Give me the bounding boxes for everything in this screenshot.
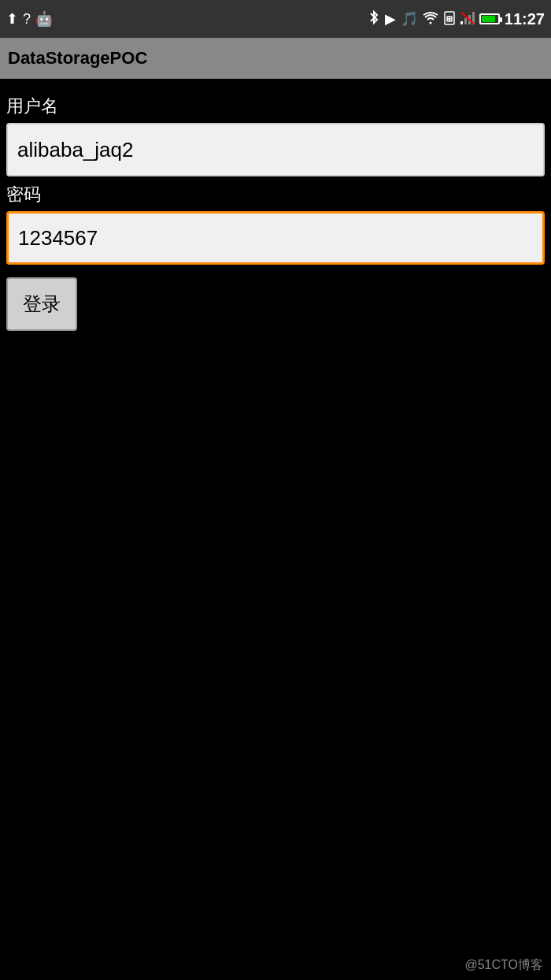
- password-label: 密码: [6, 183, 545, 206]
- music-off-icon: 🎵: [401, 12, 418, 26]
- username-label: 用户名: [6, 95, 545, 118]
- app-title: DataStoragePOC: [8, 48, 147, 69]
- android-icon: 🤖: [35, 12, 53, 26]
- status-time: 11:27: [505, 10, 545, 28]
- main-content: 用户名 密码 登录: [0, 79, 551, 340]
- wifi-icon: [423, 12, 438, 27]
- login-button[interactable]: 登录: [6, 277, 77, 331]
- status-bar-left: ⬆ ? 🤖: [6, 12, 53, 26]
- upload-icon: ⬆: [6, 12, 18, 26]
- svg-line-8: [461, 13, 474, 24]
- svg-rect-4: [460, 21, 463, 24]
- no-signal-icon: [460, 12, 475, 27]
- battery-icon: [479, 13, 500, 24]
- bluetooth-icon: [368, 10, 380, 28]
- password-input[interactable]: [6, 211, 545, 265]
- status-bar: ⬆ ? 🤖 ▶ 🎵: [0, 0, 551, 38]
- username-input[interactable]: [6, 123, 545, 176]
- sim-icon: [443, 11, 456, 28]
- title-bar: DataStoragePOC: [0, 38, 551, 79]
- question-icon: ?: [23, 12, 31, 26]
- watermark: @51CTO博客: [464, 957, 543, 974]
- media-icon: ▶: [385, 12, 396, 26]
- svg-rect-5: [464, 18, 467, 24]
- status-bar-right: ▶ 🎵: [368, 10, 545, 28]
